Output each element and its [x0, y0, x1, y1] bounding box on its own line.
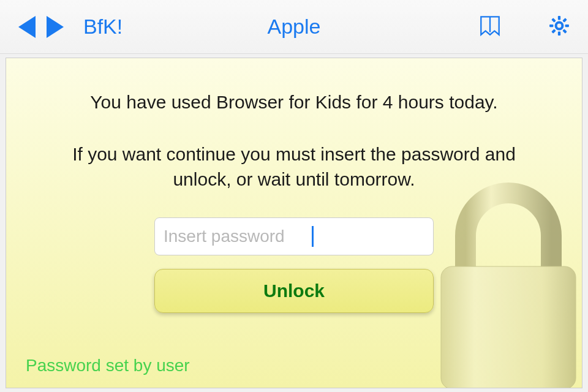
svg-rect-6: [551, 29, 556, 34]
svg-rect-8: [562, 29, 567, 34]
unlock-form: Unlock: [31, 217, 557, 313]
svg-rect-1: [558, 16, 560, 20]
svg-rect-3: [549, 24, 553, 26]
text-cursor-icon: [312, 226, 314, 247]
password-input-wrap: [154, 217, 434, 255]
svg-rect-7: [551, 18, 556, 23]
svg-rect-2: [558, 31, 560, 35]
nav-arrows: [18, 16, 64, 38]
toolbar: BfK! Apple: [0, 0, 588, 54]
svg-rect-4: [565, 24, 569, 26]
lock-screen: You have used Browser for Kids for 4 hou…: [6, 58, 582, 388]
back-arrow-icon[interactable]: [18, 16, 36, 38]
brand-label[interactable]: BfK!: [83, 15, 123, 39]
unlock-button[interactable]: Unlock: [154, 269, 434, 313]
svg-rect-5: [562, 18, 567, 23]
toolbar-right: [477, 13, 570, 41]
forward-arrow-icon[interactable]: [47, 16, 64, 38]
bookmark-icon[interactable]: [477, 13, 503, 41]
page-title: Apple: [268, 15, 321, 39]
footer-status: Password set by user: [26, 356, 190, 375]
gear-icon[interactable]: [549, 15, 570, 39]
password-input[interactable]: [154, 217, 434, 255]
usage-message: You have used Browser for Kids for 4 hou…: [31, 92, 557, 113]
svg-point-10: [557, 23, 562, 28]
instruction-message: If you want continue you must insert the…: [31, 142, 557, 192]
